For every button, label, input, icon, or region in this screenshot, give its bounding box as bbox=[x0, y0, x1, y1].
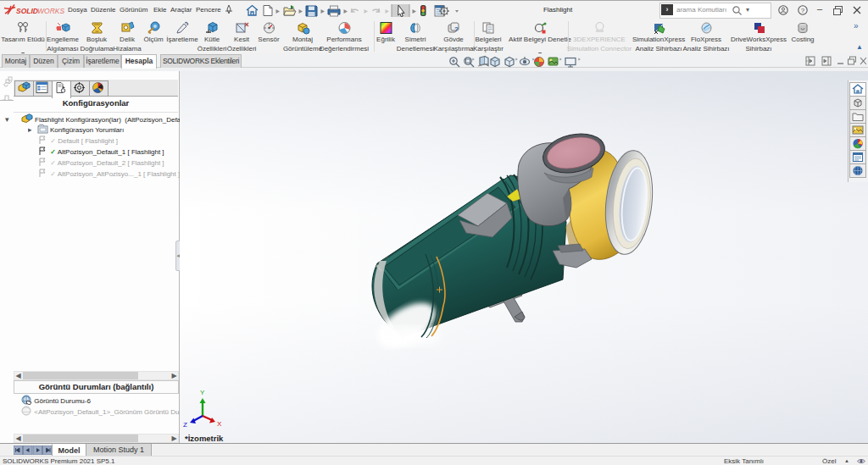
svg-text:Z: Z bbox=[183, 421, 187, 429]
svg-text:SOLID: SOLID bbox=[16, 7, 38, 15]
svg-text:WORKS: WORKS bbox=[37, 7, 64, 15]
svg-text:Y: Y bbox=[200, 389, 205, 396]
svg-text:X: X bbox=[217, 420, 222, 428]
svg-text:?: ? bbox=[801, 7, 805, 14]
